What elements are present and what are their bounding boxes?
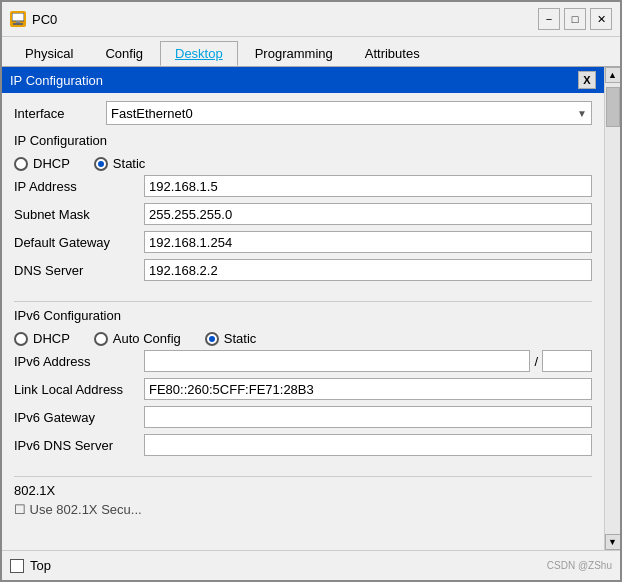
svg-rect-2	[13, 23, 23, 25]
link-local-row: Link Local Address	[14, 378, 592, 400]
ipv6-static-radio[interactable]: Static	[205, 331, 257, 346]
subnet-mask-input[interactable]	[144, 203, 592, 225]
window-controls: − □ ✕	[538, 8, 612, 30]
main-panel: IP Configuration X Interface FastEtherne…	[2, 67, 604, 550]
chevron-down-icon: ▼	[577, 108, 587, 119]
ipv6-address-label: IPv6 Address	[14, 354, 144, 369]
ip-config-close-button[interactable]: X	[578, 71, 596, 89]
ipv6-gateway-label: IPv6 Gateway	[14, 410, 144, 425]
divider	[14, 301, 592, 302]
tab-bar: Physical Config Desktop Programming Attr…	[2, 37, 620, 67]
ipv6-autoconfig-radio[interactable]: Auto Config	[94, 331, 181, 346]
ip-config-title: IP Configuration	[10, 73, 103, 88]
ipv6-static-radio-circle	[205, 332, 219, 346]
scrollbar: ▲ ▼	[604, 67, 620, 550]
title-bar-left: PC0	[10, 11, 57, 27]
8021x-partial: ☐ Use 802.1X Secu...	[14, 502, 592, 518]
ipv6-autoconfig-radio-circle	[94, 332, 108, 346]
ip-config-panel: IP Configuration X Interface FastEtherne…	[2, 67, 604, 522]
svg-rect-0	[12, 13, 24, 21]
ipv6-autoconfig-label: Auto Config	[113, 331, 181, 346]
static-radio-circle	[94, 157, 108, 171]
tab-physical[interactable]: Physical	[10, 41, 88, 66]
dhcp-label: DHCP	[33, 156, 70, 171]
ip-address-label: IP Address	[14, 179, 144, 194]
svg-rect-1	[16, 21, 20, 23]
scroll-thumb[interactable]	[606, 87, 620, 127]
ipv4-section: IP Configuration DHCP Static	[2, 129, 604, 291]
tab-desktop[interactable]: Desktop	[160, 41, 238, 66]
top-label: Top	[30, 558, 51, 573]
interface-select[interactable]: FastEthernet0 ▼	[106, 101, 592, 125]
divider2	[14, 476, 592, 477]
bottom-bar: Top CSDN @ZShu	[2, 550, 620, 580]
static-radio[interactable]: Static	[94, 156, 146, 171]
ipv6-dhcp-radio[interactable]: DHCP	[14, 331, 70, 346]
ipv4-section-title: IP Configuration	[14, 133, 592, 148]
main-window: PC0 − □ ✕ Physical Config Desktop Progra…	[0, 0, 622, 582]
top-checkbox[interactable]	[10, 559, 24, 573]
ipv6-dns-row: IPv6 DNS Server	[14, 434, 592, 456]
8021x-title: 802.1X	[14, 483, 592, 498]
ipv6-gateway-row: IPv6 Gateway	[14, 406, 592, 428]
window-title: PC0	[32, 12, 57, 27]
subnet-mask-row: Subnet Mask	[14, 203, 592, 225]
ipv6-dhcp-radio-circle	[14, 332, 28, 346]
ipv6-dns-input[interactable]	[144, 434, 592, 456]
scroll-down-button[interactable]: ▼	[605, 534, 621, 550]
dhcp-radio-circle	[14, 157, 28, 171]
close-button[interactable]: ✕	[590, 8, 612, 30]
static-label: Static	[113, 156, 146, 171]
tab-programming[interactable]: Programming	[240, 41, 348, 66]
subnet-mask-label: Subnet Mask	[14, 207, 144, 222]
tab-config[interactable]: Config	[90, 41, 158, 66]
ipv6-section-title: IPv6 Configuration	[14, 308, 592, 323]
interface-label: Interface	[14, 106, 94, 121]
link-local-label: Link Local Address	[14, 382, 144, 397]
ip-config-header: IP Configuration X	[2, 67, 604, 93]
ipv6-slash: /	[534, 354, 538, 369]
scroll-track[interactable]	[605, 83, 621, 534]
minimize-button[interactable]: −	[538, 8, 560, 30]
app-icon	[10, 11, 26, 27]
link-local-input[interactable]	[144, 378, 592, 400]
ip-address-input[interactable]	[144, 175, 592, 197]
scroll-up-button[interactable]: ▲	[605, 67, 621, 83]
tab-attributes[interactable]: Attributes	[350, 41, 435, 66]
default-gateway-label: Default Gateway	[14, 235, 144, 250]
ipv6-dhcp-label: DHCP	[33, 331, 70, 346]
ipv6-dns-label: IPv6 DNS Server	[14, 438, 144, 453]
interface-row: Interface FastEthernet0 ▼	[2, 97, 604, 129]
maximize-button[interactable]: □	[564, 8, 586, 30]
interface-value: FastEthernet0	[111, 106, 193, 121]
content-area: IP Configuration X Interface FastEtherne…	[2, 67, 620, 550]
default-gateway-row: Default Gateway	[14, 231, 592, 253]
ip-address-row: IP Address	[14, 175, 592, 197]
8021x-section: 802.1X ☐ Use 802.1X Secu...	[2, 466, 604, 522]
watermark: CSDN @ZShu	[547, 560, 612, 571]
dns-server-label: DNS Server	[14, 263, 144, 278]
ipv6-address-input[interactable]	[144, 350, 530, 372]
ipv4-radio-row: DHCP Static	[14, 152, 592, 175]
ipv6-radio-row: DHCP Auto Config Static	[14, 327, 592, 350]
dhcp-radio[interactable]: DHCP	[14, 156, 70, 171]
ipv6-gateway-input[interactable]	[144, 406, 592, 428]
ipv6-address-row: IPv6 Address /	[14, 350, 592, 372]
dns-server-input[interactable]	[144, 259, 592, 281]
ipv6-section: IPv6 Configuration DHCP Auto Config	[2, 291, 604, 466]
dns-server-row: DNS Server	[14, 259, 592, 281]
title-bar: PC0 − □ ✕	[2, 2, 620, 37]
default-gateway-input[interactable]	[144, 231, 592, 253]
ipv6-prefix-input[interactable]	[542, 350, 592, 372]
ipv6-static-label: Static	[224, 331, 257, 346]
